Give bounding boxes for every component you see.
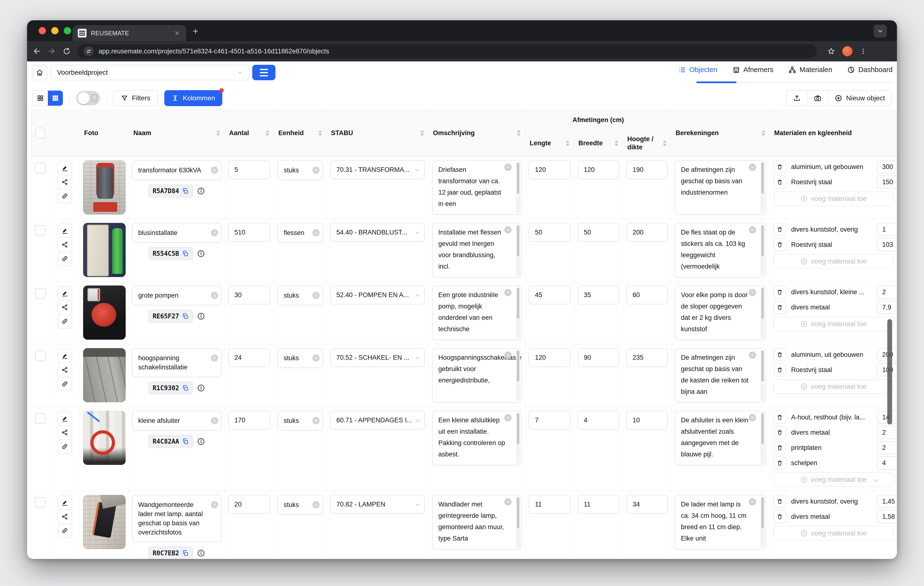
berekeningen-textarea[interactable]: De lader met lamp is ca. 34 cm hoog, 11 … — [675, 495, 766, 550]
clear-icon[interactable]: × — [312, 501, 320, 508]
trash-icon-button[interactable] — [773, 441, 786, 454]
name-input[interactable]: grote pompen × — [132, 285, 221, 305]
eenheid-input[interactable]: stuks × — [277, 411, 323, 430]
link-button[interactable] — [58, 377, 72, 391]
object-photo[interactable] — [83, 348, 125, 402]
trash-icon-button[interactable] — [773, 175, 786, 189]
material-kg-input[interactable]: 7,9 — [877, 301, 897, 314]
clear-icon[interactable]: × — [749, 414, 756, 421]
object-photo[interactable] — [83, 285, 125, 340]
clear-icon[interactable]: × — [504, 226, 512, 233]
omschrijving-textarea[interactable]: Wandlader met geïntegreerde lamp, gemont… — [432, 495, 522, 550]
share-button[interactable] — [58, 175, 72, 189]
copy-icon[interactable] — [182, 438, 189, 445]
select-all-checkbox[interactable] — [36, 127, 45, 138]
clear-icon[interactable]: × — [211, 229, 218, 237]
hoogte-input[interactable]: 200 — [626, 223, 668, 242]
object-code-chip[interactable]: RE65F27 — [148, 310, 193, 323]
trash-icon-button[interactable] — [773, 457, 786, 470]
stabu-select[interactable]: 70.82 - LAMPEN — [330, 495, 425, 514]
home-button[interactable] — [32, 65, 47, 80]
kolommen-button[interactable]: Kolommen — [164, 90, 222, 106]
aantal-input[interactable]: 20 — [228, 495, 271, 514]
info-icon[interactable] — [197, 250, 205, 258]
share-button[interactable] — [58, 300, 72, 315]
trash-icon-button[interactable] — [773, 238, 786, 251]
material-kg-input[interactable]: 103 — [877, 238, 897, 251]
col-breedte[interactable]: Breedte — [574, 130, 623, 156]
material-kg-input[interactable]: 1,45 — [877, 495, 897, 508]
omschrijving-textarea[interactable]: Hoogspanningsschakelkasten, gebruikt voo… — [432, 348, 522, 403]
object-code-chip[interactable]: R0C7EB2 — [148, 546, 193, 559]
aantal-input[interactable]: 510 — [228, 223, 271, 242]
col-lengte[interactable]: Lengte — [525, 130, 574, 156]
clear-icon[interactable]: × — [211, 292, 218, 299]
link-button[interactable] — [58, 314, 72, 329]
clear-icon[interactable]: × — [211, 501, 218, 508]
row-checkbox[interactable] — [35, 413, 46, 424]
material-kg-input[interactable]: 1 — [877, 223, 897, 236]
trash-icon-button[interactable] — [773, 223, 786, 236]
berekeningen-textarea[interactable]: De afmetingen zijn geschat op basis van … — [675, 160, 766, 215]
aantal-input[interactable]: 24 — [228, 348, 271, 367]
omschrijving-textarea[interactable]: Installatie met flessen gevuld met Inerg… — [432, 223, 522, 278]
lengte-input[interactable]: 120 — [529, 160, 571, 179]
object-photo[interactable] — [83, 160, 125, 214]
info-icon[interactable] — [197, 437, 205, 445]
info-icon[interactable] — [197, 549, 205, 557]
material-kg-input[interactable]: 14 — [877, 411, 897, 424]
maximize-window-button[interactable] — [64, 27, 71, 34]
lengte-input[interactable]: 50 — [529, 223, 571, 242]
edit-button[interactable] — [58, 411, 72, 426]
berekeningen-textarea[interactable]: De afsluiter is een klein afsluitventiel… — [675, 411, 766, 465]
stabu-select[interactable]: 52.40 - POMPEN EN A... — [330, 285, 425, 305]
aantal-input[interactable]: 30 — [228, 285, 271, 305]
stabu-select[interactable]: 70.52 - SCHAKEL- EN ... — [330, 348, 425, 367]
tab-search-chevron-button[interactable] — [874, 25, 887, 38]
share-button[interactable] — [58, 363, 72, 377]
link-button[interactable] — [58, 252, 72, 266]
edit-button[interactable] — [58, 223, 72, 238]
tab-dashboard[interactable]: Dashboard — [847, 66, 893, 74]
share-button[interactable] — [58, 425, 72, 440]
material-kg-input[interactable]: 2 — [877, 426, 897, 439]
sort-icon[interactable] — [318, 130, 322, 136]
col-berekeningen[interactable]: Berekeningen — [671, 110, 770, 156]
stabu-select[interactable]: 54.40 - BRANDBLUST... — [330, 223, 425, 242]
object-code-chip[interactable]: R1C9302 — [148, 381, 193, 394]
object-photo[interactable] — [83, 411, 125, 465]
clear-icon[interactable]: × — [312, 292, 320, 299]
material-kg-input[interactable]: 2 — [877, 285, 897, 298]
stabu-select[interactable]: 70.31 - TRANSFORMA... — [330, 160, 425, 179]
clear-icon[interactable]: × — [749, 351, 756, 359]
berekeningen-textarea[interactable]: De fles staat op de stickers als ca. 103… — [675, 223, 766, 278]
name-input[interactable]: blusinstallatie × — [132, 223, 221, 243]
clear-icon[interactable]: × — [312, 417, 320, 424]
omschrijving-textarea[interactable]: Een grote industriële pomp, mogelijk ond… — [432, 285, 522, 340]
project-menu-button[interactable] — [252, 65, 276, 80]
object-code-chip[interactable]: R4C82AA — [148, 435, 193, 448]
close-window-button[interactable] — [39, 27, 46, 34]
clear-icon[interactable]: × — [211, 167, 218, 174]
object-code-chip[interactable]: R5A7D84 — [148, 184, 193, 197]
site-settings-icon[interactable] — [84, 46, 94, 56]
clear-icon[interactable]: × — [211, 354, 218, 362]
trash-icon-button[interactable] — [773, 285, 786, 298]
stabu-select[interactable]: 60.71 - APPENDAGES I... — [330, 411, 425, 430]
compact-view-toggle[interactable] — [76, 91, 100, 105]
url-text[interactable]: app.reusemate.com/projects/571e8324-c461… — [99, 48, 329, 55]
aantal-input[interactable]: 170 — [228, 411, 271, 430]
omschrijving-textarea[interactable]: Een kleine afsluitklep uit een installat… — [432, 411, 522, 465]
name-input[interactable]: transformator 630kVA × — [132, 160, 221, 180]
copy-icon[interactable] — [182, 313, 189, 319]
edit-button[interactable] — [58, 349, 72, 363]
eenheid-input[interactable]: stuks × — [277, 495, 323, 515]
info-icon[interactable] — [197, 187, 205, 195]
material-kg-input[interactable]: 300 — [877, 160, 897, 173]
col-omschrijving[interactable]: Omschrijving — [428, 110, 525, 156]
clear-icon[interactable]: × — [749, 164, 756, 171]
sort-icon[interactable] — [266, 130, 269, 136]
reload-icon[interactable] — [61, 46, 72, 56]
material-kg-input[interactable]: 100 — [877, 363, 897, 376]
col-hoogte[interactable]: Hoogte / dikte — [623, 130, 671, 156]
